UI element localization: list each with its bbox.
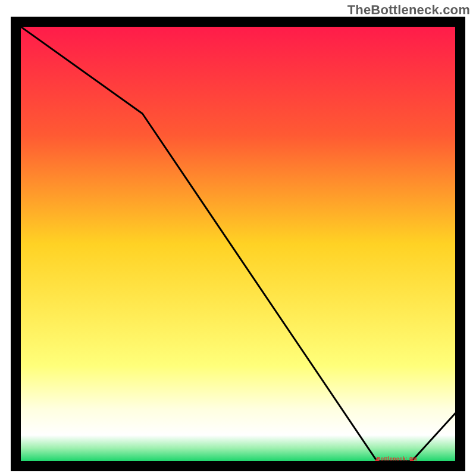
marker-label: Bottleneck: 0% bbox=[377, 456, 418, 462]
gradient-background bbox=[21, 27, 455, 461]
chart-stage: TheBottleneck.com Bottleneck: 0% bbox=[0, 0, 476, 476]
watermark-text: TheBottleneck.com bbox=[347, 2, 470, 18]
chart-frame: Bottleneck: 0% bbox=[11, 17, 465, 471]
chart-plot bbox=[21, 27, 455, 461]
